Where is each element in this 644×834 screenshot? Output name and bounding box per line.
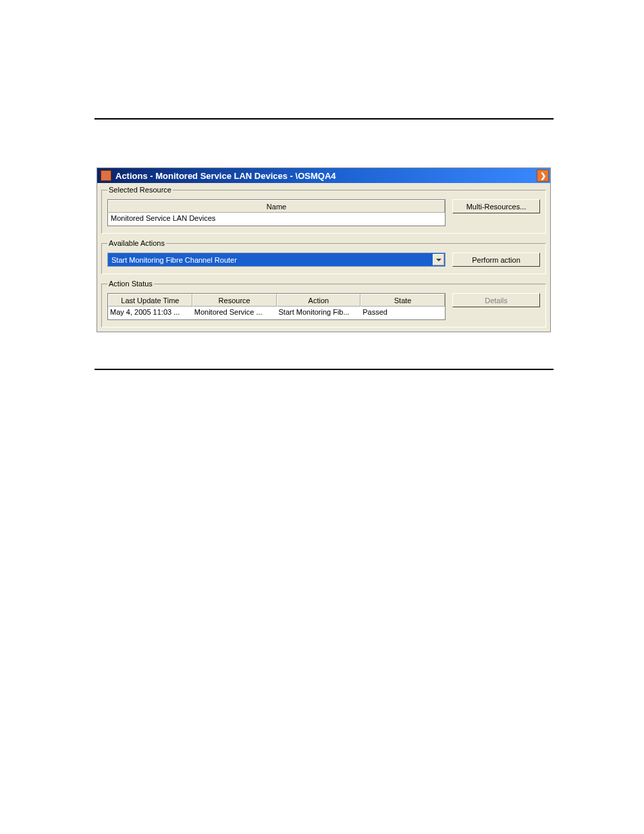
resource-name-value[interactable]: Monitored Service LAN Devices	[108, 213, 445, 226]
header-state[interactable]: State	[360, 294, 445, 307]
cell-action: Start Monitoring Fib...	[277, 307, 361, 319]
available-actions-fieldset: Available Actions Start Monitoring Fibre…	[101, 239, 546, 274]
titlebar-left: Actions - Monitored Service LAN Devices …	[101, 170, 336, 181]
dropdown-arrow-button[interactable]	[433, 254, 444, 265]
header-time[interactable]: Last Update Time	[108, 294, 192, 307]
selected-resource-fieldset: Selected Resource Name Monitored Service…	[101, 186, 546, 234]
table-row[interactable]: May 4, 2005 11:03 ... Monitored Service …	[108, 307, 445, 319]
window-title: Actions - Monitored Service LAN Devices …	[115, 171, 336, 181]
status-content: Last Update Time Resource Action State M…	[107, 293, 540, 320]
status-table: Last Update Time Resource Action State M…	[107, 293, 446, 320]
selected-resource-row: Name Monitored Service LAN Devices Multi…	[107, 199, 540, 226]
window-content: Selected Resource Name Monitored Service…	[97, 183, 550, 332]
dropdown-row: Start Monitoring Fibre Channel Router Pe…	[107, 253, 540, 267]
close-icon: ❯	[540, 172, 546, 180]
header-action[interactable]: Action	[277, 294, 361, 307]
close-button[interactable]: ❯	[537, 170, 549, 182]
cell-state: Passed	[360, 307, 445, 319]
multi-resources-button[interactable]: Multi-Resources...	[452, 199, 540, 213]
header-resource[interactable]: Resource	[192, 294, 277, 307]
action-status-fieldset: Action Status Last Update Time Resource …	[101, 280, 546, 328]
actions-window: Actions - Monitored Service LAN Devices …	[97, 167, 551, 332]
titlebar: Actions - Monitored Service LAN Devices …	[97, 168, 550, 183]
status-headers: Last Update Time Resource Action State	[108, 294, 445, 307]
perform-action-button[interactable]: Perform action	[452, 253, 540, 267]
divider-bottom	[95, 369, 554, 370]
cell-time: May 4, 2005 11:03 ...	[108, 307, 192, 319]
name-box: Name Monitored Service LAN Devices	[107, 199, 446, 226]
details-button: Details	[452, 293, 540, 307]
dropdown-selected-value: Start Monitoring Fibre Channel Router	[111, 256, 237, 264]
action-status-legend: Action Status	[107, 280, 154, 288]
action-dropdown[interactable]: Start Monitoring Fibre Channel Router	[107, 253, 446, 267]
selected-resource-legend: Selected Resource	[107, 186, 173, 194]
chevron-down-icon	[436, 259, 441, 261]
divider-top	[95, 118, 554, 120]
name-column-header[interactable]: Name	[108, 200, 445, 213]
app-icon	[101, 170, 111, 181]
cell-resource: Monitored Service ...	[192, 307, 277, 319]
available-actions-legend: Available Actions	[107, 239, 166, 247]
